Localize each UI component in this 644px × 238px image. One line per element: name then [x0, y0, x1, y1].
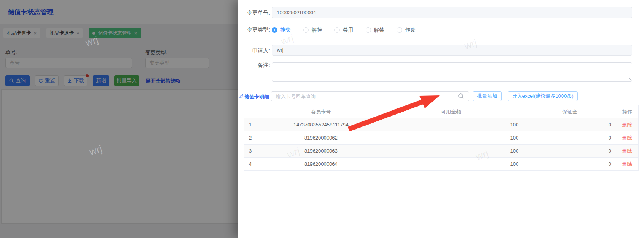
batch-add-button-label: 批量添加 [477, 93, 497, 100]
cell-card-no: 819620000062 [263, 131, 379, 145]
delete-link[interactable]: 删除 [622, 135, 632, 141]
col-header-action: 操作 [616, 105, 639, 118]
radio-label: 作废 [405, 27, 416, 33]
change-order-drawer: 变更单号: 变更类型: 挂失 解挂 禁用 解禁 作废 [238, 0, 644, 238]
cell-index: 4 [244, 158, 263, 171]
table-row: 2 819620000062 100 0 删除 [244, 131, 639, 145]
batch-add-button[interactable]: 批量添加 [473, 91, 502, 101]
card-detail-table: 会员卡号 可用金额 保证金 操作 1 14737083552458111794 … [244, 105, 639, 171]
edit-pencil-icon [239, 93, 244, 98]
col-header-index [244, 105, 263, 118]
cell-deposit: 0 [523, 158, 616, 171]
col-header-card-no: 会员卡号 [263, 105, 379, 118]
delete-link[interactable]: 删除 [622, 148, 632, 154]
radio-icon [366, 27, 371, 33]
radio-label: 解禁 [374, 27, 384, 33]
radio-enable[interactable]: 解禁 [366, 27, 384, 33]
screen: 储值卡状态管理 礼品卡售卡 × 礼品卡退卡 × 储值卡状态管理 × 单号: 变更… [0, 0, 644, 238]
resize-grip-icon[interactable] [627, 77, 631, 80]
import-excel-button-label: 导入excel(建议最多1000条) [512, 93, 574, 100]
cell-index: 1 [244, 118, 263, 131]
cell-available: 100 [379, 145, 524, 158]
search-icon[interactable] [458, 93, 465, 100]
remark-field [272, 62, 632, 82]
radio-label: 解挂 [312, 27, 322, 33]
radio-icon [303, 27, 309, 33]
col-header-available: 可用金额 [379, 105, 524, 118]
delete-link[interactable]: 删除 [622, 161, 632, 167]
radio-report-loss[interactable]: 挂失 [272, 27, 291, 33]
remark-label: 备注: [238, 62, 270, 69]
cell-index: 2 [244, 131, 263, 145]
radio-void[interactable]: 作废 [397, 27, 416, 33]
cell-available: 100 [379, 158, 524, 171]
radio-label: 挂失 [280, 27, 291, 33]
applicant-label: 申请人: [238, 47, 270, 54]
remark-textarea[interactable] [272, 62, 632, 82]
cell-card-no: 819620000064 [263, 158, 379, 171]
change-type-radio-group: 挂失 解挂 禁用 解禁 作废 [272, 27, 428, 33]
card-detail-section-title: 储值卡明细 [244, 93, 269, 100]
table-row: 1 14737083552458111794 100 0 删除 [244, 118, 639, 131]
table-row: 4 819620000064 100 0 删除 [244, 158, 639, 171]
radio-icon [272, 27, 277, 33]
change-type-label: 变更类型: [238, 27, 270, 33]
table-header-row: 会员卡号 可用金额 保证金 操作 [244, 105, 639, 118]
cell-deposit: 0 [523, 131, 616, 145]
cell-card-no: 14737083552458111794 [263, 118, 379, 131]
radio-icon [397, 27, 402, 33]
cell-available: 100 [379, 118, 524, 131]
radio-unfreeze[interactable]: 解挂 [303, 27, 322, 33]
radio-disable[interactable]: 禁用 [334, 27, 353, 33]
table-row: 3 819620000063 100 0 删除 [244, 145, 639, 158]
cell-card-no: 819620000063 [263, 145, 379, 158]
cell-index: 3 [244, 145, 263, 158]
applicant-input[interactable] [272, 45, 632, 56]
delete-link[interactable]: 删除 [622, 122, 632, 128]
change-order-no-input[interactable] [272, 7, 632, 18]
radio-label: 禁用 [343, 27, 353, 33]
card-no-search-input[interactable] [271, 91, 469, 101]
col-header-deposit: 保证金 [523, 105, 616, 118]
cell-available: 100 [379, 131, 524, 145]
radio-icon [334, 27, 340, 33]
cell-deposit: 0 [523, 145, 616, 158]
change-order-no-label: 变更单号: [238, 10, 270, 17]
cell-deposit: 0 [523, 118, 616, 131]
import-excel-button[interactable]: 导入excel(建议最多1000条) [508, 91, 578, 101]
